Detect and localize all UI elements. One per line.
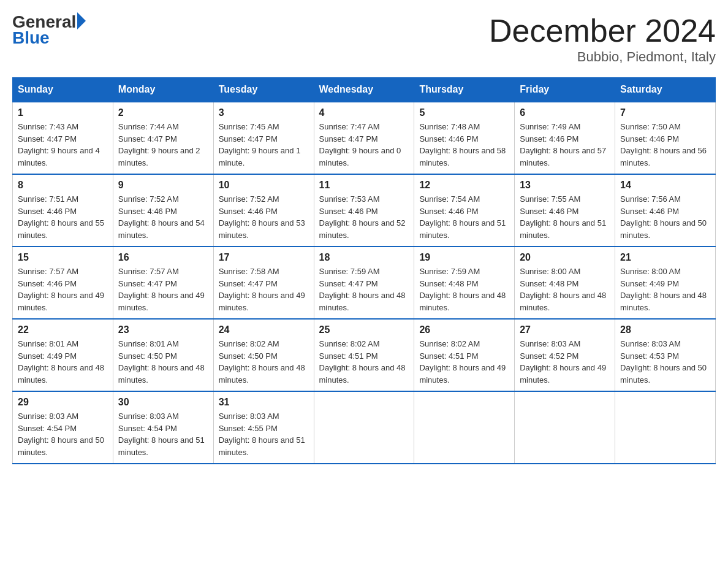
day-info: Sunrise: 7:43 AMSunset: 4:47 PMDaylight:… bbox=[18, 121, 108, 169]
calendar-cell: 19 Sunrise: 7:59 AMSunset: 4:48 PMDaylig… bbox=[414, 247, 515, 319]
day-number: 31 bbox=[219, 397, 309, 408]
day-number: 7 bbox=[620, 107, 710, 118]
day-info: Sunrise: 7:44 AMSunset: 4:47 PMDaylight:… bbox=[118, 121, 208, 169]
calendar-header-thursday: Thursday bbox=[414, 78, 515, 102]
calendar-cell: 12 Sunrise: 7:54 AMSunset: 4:46 PMDaylig… bbox=[414, 174, 515, 247]
calendar-header-row: SundayMondayTuesdayWednesdayThursdayFrid… bbox=[13, 78, 716, 102]
calendar-header-sunday: Sunday bbox=[13, 78, 113, 102]
calendar-cell: 6 Sunrise: 7:49 AMSunset: 4:46 PMDayligh… bbox=[515, 102, 615, 174]
calendar-cell: 13 Sunrise: 7:55 AMSunset: 4:46 PMDaylig… bbox=[515, 174, 615, 247]
day-info: Sunrise: 8:03 AMSunset: 4:54 PMDaylight:… bbox=[118, 410, 208, 458]
day-info: Sunrise: 8:01 AMSunset: 4:49 PMDaylight:… bbox=[18, 338, 108, 386]
calendar-cell: 17 Sunrise: 7:58 AMSunset: 4:47 PMDaylig… bbox=[213, 247, 314, 319]
calendar-week-row: 29 Sunrise: 8:03 AMSunset: 4:54 PMDaylig… bbox=[13, 391, 716, 464]
calendar-cell: 28 Sunrise: 8:03 AMSunset: 4:53 PMDaylig… bbox=[615, 319, 716, 391]
day-info: Sunrise: 7:50 AMSunset: 4:46 PMDaylight:… bbox=[620, 121, 710, 169]
calendar-cell: 27 Sunrise: 8:03 AMSunset: 4:52 PMDaylig… bbox=[515, 319, 615, 391]
day-info: Sunrise: 7:57 AMSunset: 4:46 PMDaylight:… bbox=[18, 266, 108, 313]
location-subtitle: Bubbio, Piedmont, Italy bbox=[489, 49, 716, 65]
logo: General Blue bbox=[12, 12, 86, 48]
day-number: 30 bbox=[118, 397, 208, 408]
calendar-cell: 9 Sunrise: 7:52 AMSunset: 4:46 PMDayligh… bbox=[113, 174, 213, 247]
day-info: Sunrise: 8:02 AMSunset: 4:51 PMDaylight:… bbox=[419, 338, 509, 386]
day-info: Sunrise: 7:51 AMSunset: 4:46 PMDaylight:… bbox=[18, 193, 108, 241]
calendar-cell: 2 Sunrise: 7:44 AMSunset: 4:47 PMDayligh… bbox=[113, 102, 213, 174]
day-info: Sunrise: 7:59 AMSunset: 4:48 PMDaylight:… bbox=[419, 266, 509, 313]
calendar-cell: 25 Sunrise: 8:02 AMSunset: 4:51 PMDaylig… bbox=[314, 319, 414, 391]
day-number: 20 bbox=[520, 252, 610, 263]
day-info: Sunrise: 7:45 AMSunset: 4:47 PMDaylight:… bbox=[219, 121, 309, 169]
page-header: General Blue December 2024 Bubbio, Piedm… bbox=[12, 12, 716, 65]
logo-arrow-icon bbox=[77, 12, 86, 29]
day-info: Sunrise: 7:49 AMSunset: 4:46 PMDaylight:… bbox=[520, 121, 610, 169]
day-info: Sunrise: 7:59 AMSunset: 4:47 PMDaylight:… bbox=[319, 266, 409, 313]
calendar-cell: 26 Sunrise: 8:02 AMSunset: 4:51 PMDaylig… bbox=[414, 319, 515, 391]
title-section: December 2024 Bubbio, Piedmont, Italy bbox=[489, 12, 716, 65]
day-info: Sunrise: 8:03 AMSunset: 4:53 PMDaylight:… bbox=[620, 338, 710, 386]
calendar-cell: 11 Sunrise: 7:53 AMSunset: 4:46 PMDaylig… bbox=[314, 174, 414, 247]
calendar-cell bbox=[314, 391, 414, 464]
day-info: Sunrise: 8:03 AMSunset: 4:55 PMDaylight:… bbox=[219, 410, 309, 458]
day-info: Sunrise: 8:03 AMSunset: 4:52 PMDaylight:… bbox=[520, 338, 610, 386]
day-number: 9 bbox=[118, 180, 208, 191]
day-info: Sunrise: 7:56 AMSunset: 4:46 PMDaylight:… bbox=[620, 193, 710, 241]
day-number: 19 bbox=[419, 252, 509, 263]
calendar-week-row: 15 Sunrise: 7:57 AMSunset: 4:46 PMDaylig… bbox=[13, 247, 716, 319]
day-number: 17 bbox=[219, 252, 309, 263]
day-number: 5 bbox=[419, 107, 509, 118]
day-number: 18 bbox=[319, 252, 409, 263]
calendar-cell: 20 Sunrise: 8:00 AMSunset: 4:48 PMDaylig… bbox=[515, 247, 615, 319]
calendar-header-tuesday: Tuesday bbox=[213, 78, 314, 102]
calendar-cell: 30 Sunrise: 8:03 AMSunset: 4:54 PMDaylig… bbox=[113, 391, 213, 464]
calendar-cell: 31 Sunrise: 8:03 AMSunset: 4:55 PMDaylig… bbox=[213, 391, 314, 464]
day-number: 10 bbox=[219, 180, 309, 191]
day-number: 21 bbox=[620, 252, 710, 263]
day-info: Sunrise: 7:52 AMSunset: 4:46 PMDaylight:… bbox=[118, 193, 208, 241]
day-info: Sunrise: 8:00 AMSunset: 4:48 PMDaylight:… bbox=[520, 266, 610, 313]
calendar-cell: 18 Sunrise: 7:59 AMSunset: 4:47 PMDaylig… bbox=[314, 247, 414, 319]
calendar-week-row: 8 Sunrise: 7:51 AMSunset: 4:46 PMDayligh… bbox=[13, 174, 716, 247]
calendar-header-wednesday: Wednesday bbox=[314, 78, 414, 102]
day-number: 15 bbox=[18, 252, 108, 263]
day-number: 14 bbox=[620, 180, 710, 191]
calendar-cell: 21 Sunrise: 8:00 AMSunset: 4:49 PMDaylig… bbox=[615, 247, 716, 319]
calendar-cell: 16 Sunrise: 7:57 AMSunset: 4:47 PMDaylig… bbox=[113, 247, 213, 319]
day-number: 12 bbox=[419, 180, 509, 191]
calendar-cell: 24 Sunrise: 8:02 AMSunset: 4:50 PMDaylig… bbox=[213, 319, 314, 391]
day-info: Sunrise: 7:57 AMSunset: 4:47 PMDaylight:… bbox=[118, 266, 208, 313]
calendar-cell: 8 Sunrise: 7:51 AMSunset: 4:46 PMDayligh… bbox=[13, 174, 113, 247]
calendar-cell: 23 Sunrise: 8:01 AMSunset: 4:50 PMDaylig… bbox=[113, 319, 213, 391]
calendar-table: SundayMondayTuesdayWednesdayThursdayFrid… bbox=[12, 77, 716, 464]
day-info: Sunrise: 7:47 AMSunset: 4:47 PMDaylight:… bbox=[319, 121, 409, 169]
day-number: 16 bbox=[118, 252, 208, 263]
day-info: Sunrise: 7:53 AMSunset: 4:46 PMDaylight:… bbox=[319, 193, 409, 241]
calendar-cell bbox=[515, 391, 615, 464]
calendar-cell: 15 Sunrise: 7:57 AMSunset: 4:46 PMDaylig… bbox=[13, 247, 113, 319]
day-info: Sunrise: 8:02 AMSunset: 4:50 PMDaylight:… bbox=[219, 338, 309, 386]
day-info: Sunrise: 8:00 AMSunset: 4:49 PMDaylight:… bbox=[620, 266, 710, 313]
day-info: Sunrise: 7:55 AMSunset: 4:46 PMDaylight:… bbox=[520, 193, 610, 241]
day-info: Sunrise: 7:52 AMSunset: 4:46 PMDaylight:… bbox=[219, 193, 309, 241]
day-info: Sunrise: 8:02 AMSunset: 4:51 PMDaylight:… bbox=[319, 338, 409, 386]
day-number: 28 bbox=[620, 324, 710, 335]
calendar-week-row: 1 Sunrise: 7:43 AMSunset: 4:47 PMDayligh… bbox=[13, 102, 716, 174]
calendar-header-friday: Friday bbox=[515, 78, 615, 102]
day-number: 23 bbox=[118, 324, 208, 335]
day-number: 24 bbox=[219, 324, 309, 335]
calendar-week-row: 22 Sunrise: 8:01 AMSunset: 4:49 PMDaylig… bbox=[13, 319, 716, 391]
day-number: 25 bbox=[319, 324, 409, 335]
day-number: 11 bbox=[319, 180, 409, 191]
calendar-cell: 7 Sunrise: 7:50 AMSunset: 4:46 PMDayligh… bbox=[615, 102, 716, 174]
day-number: 8 bbox=[18, 180, 108, 191]
logo-blue-text: Blue bbox=[12, 28, 86, 48]
day-info: Sunrise: 7:48 AMSunset: 4:46 PMDaylight:… bbox=[419, 121, 509, 169]
day-number: 2 bbox=[118, 107, 208, 118]
day-info: Sunrise: 7:54 AMSunset: 4:46 PMDaylight:… bbox=[419, 193, 509, 241]
calendar-header-saturday: Saturday bbox=[615, 78, 716, 102]
day-number: 27 bbox=[520, 324, 610, 335]
day-number: 3 bbox=[219, 107, 309, 118]
calendar-header-monday: Monday bbox=[113, 78, 213, 102]
day-number: 29 bbox=[18, 397, 108, 408]
calendar-cell: 29 Sunrise: 8:03 AMSunset: 4:54 PMDaylig… bbox=[13, 391, 113, 464]
day-number: 13 bbox=[520, 180, 610, 191]
